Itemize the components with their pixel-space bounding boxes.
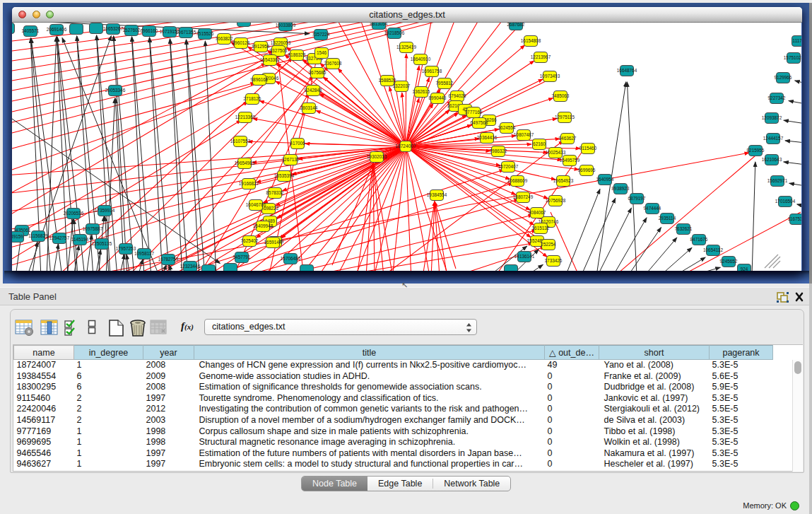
svg-text:12975115: 12975115	[555, 115, 575, 119]
svg-text:10973493: 10973493	[540, 74, 560, 78]
svg-text:7357224: 7357224	[312, 32, 330, 37]
svg-text:19218506: 19218506	[384, 30, 405, 35]
svg-text:6966160: 6966160	[141, 28, 158, 33]
svg-text:8912954: 8912954	[252, 44, 270, 49]
svg-text:9227342: 9227342	[768, 95, 786, 100]
svg-text:2803144: 2803144	[300, 105, 318, 110]
svg-text:16961758: 16961758	[422, 69, 442, 74]
svg-text:19654923: 19654923	[553, 178, 574, 183]
svg-text:1145194: 1145194	[71, 237, 89, 242]
svg-text:9327503: 9327503	[270, 48, 288, 53]
svg-text:3675685: 3675685	[309, 70, 326, 75]
svg-text:17359934: 17359934	[95, 208, 115, 213]
svg-text:16648764: 16648764	[617, 68, 637, 73]
svg-text:20206536: 20206536	[64, 211, 84, 216]
svg-text:10671355: 10671355	[176, 30, 196, 35]
svg-text:16046786: 16046786	[246, 202, 266, 207]
svg-text:9242848: 9242848	[305, 88, 322, 93]
svg-text:14136141: 14136141	[514, 254, 535, 259]
svg-text:12444157: 12444157	[763, 136, 784, 141]
svg-text:8578332: 8578332	[266, 190, 284, 195]
svg-text:20053346: 20053346	[105, 88, 126, 93]
svg-text:10025433: 10025433	[546, 150, 566, 155]
svg-text:12213967: 12213967	[531, 54, 551, 59]
svg-text:7955812: 7955812	[436, 81, 454, 86]
svg-text:13535394: 13535394	[274, 173, 295, 178]
svg-text:1588520: 1588520	[379, 78, 396, 83]
svg-text:17016504: 17016504	[775, 199, 796, 204]
svg-text:12323446: 12323446	[180, 264, 201, 269]
svg-text:20364436: 20364436	[477, 135, 498, 140]
svg-text:18724007: 18724007	[395, 144, 416, 148]
svg-text:6879197: 6879197	[628, 196, 646, 201]
svg-text:1362615: 1362615	[413, 89, 430, 94]
svg-text:18640910: 18640910	[411, 57, 431, 62]
svg-text:7986322: 7986322	[490, 148, 507, 153]
svg-text:1322037: 1322037	[393, 83, 411, 88]
svg-text:10807487: 10807487	[514, 132, 534, 137]
svg-text:12093872: 12093872	[762, 115, 782, 120]
svg-text:10688609: 10688609	[507, 178, 528, 183]
svg-text:39159: 39159	[12, 234, 23, 239]
svg-text:8471676: 8471676	[690, 237, 708, 242]
svg-text:12213369: 12213369	[235, 115, 256, 119]
svg-text:9463627: 9463627	[559, 136, 577, 141]
svg-text:20691406: 20691406	[47, 27, 67, 32]
svg-text:8990448: 8990448	[429, 95, 447, 100]
svg-text:8215955: 8215955	[747, 148, 765, 153]
svg-text:18807249: 18807249	[513, 194, 534, 199]
svg-text:7515526: 7515526	[196, 31, 214, 36]
svg-text:12942757: 12942757	[49, 235, 70, 240]
svg-text:16210643: 16210643	[762, 157, 782, 162]
svg-text:9245652: 9245652	[720, 259, 738, 264]
svg-text:19654983: 19654983	[235, 160, 255, 165]
svg-text:11325419: 11325419	[396, 45, 416, 49]
svg-text:8813054: 8813054	[370, 23, 388, 26]
svg-text:10975887: 10975887	[83, 226, 103, 231]
svg-text:12505135: 12505135	[92, 241, 112, 246]
svg-text:7485063: 7485063	[552, 93, 570, 98]
svg-text:6794028: 6794028	[449, 93, 466, 98]
svg-text:9699695: 9699695	[578, 168, 596, 173]
svg-text:9115460: 9115460	[579, 146, 597, 151]
svg-text:2718126: 2718126	[244, 96, 261, 101]
svg-text:9896161: 9896161	[251, 77, 269, 82]
svg-text:11173: 11173	[793, 38, 801, 43]
svg-text:15751024: 15751024	[784, 55, 801, 60]
svg-text:19302033: 19302033	[367, 154, 387, 159]
svg-text:62160: 62160	[533, 141, 546, 146]
svg-text:2687682: 2687682	[507, 23, 525, 27]
svg-text:1546: 1546	[317, 50, 327, 55]
svg-text:15495759: 15495759	[560, 158, 580, 163]
svg-text:417006: 417006	[290, 141, 305, 146]
svg-text:19384554: 19384554	[427, 192, 447, 197]
svg-text:10653267: 10653267	[103, 26, 124, 31]
svg-text:19166827: 19166827	[239, 181, 259, 186]
svg-text:16033809: 16033809	[276, 23, 296, 28]
svg-text:11156829: 11156829	[28, 233, 48, 238]
svg-text:10756928: 10756928	[546, 198, 566, 203]
svg-text:7625402: 7625402	[241, 238, 259, 243]
svg-text:252254: 252254	[541, 242, 556, 247]
svg-text:15706485: 15706485	[281, 256, 301, 261]
svg-text:3267130: 3267130	[282, 157, 300, 162]
svg-text:1405571: 1405571	[22, 28, 40, 33]
svg-text:3624554: 3624554	[498, 125, 516, 130]
svg-text:9474444: 9474444	[644, 206, 661, 211]
svg-text:15409948: 15409948	[253, 223, 273, 228]
svg-text:2935114: 2935114	[659, 216, 676, 221]
svg-text:9084067: 9084067	[529, 210, 546, 215]
svg-text:8960124: 8960124	[233, 40, 250, 45]
svg-text:9457791: 9457791	[233, 255, 251, 259]
svg-text:17957253: 17957253	[116, 246, 136, 251]
svg-text:7632621: 7632621	[675, 226, 693, 231]
svg-text:1615132: 1615132	[532, 226, 550, 230]
svg-text:10654112: 10654112	[703, 247, 723, 252]
svg-text:1640954: 1640954	[596, 177, 614, 182]
svg-text:1167534: 1167534	[788, 216, 801, 221]
svg-text:15692971: 15692971	[767, 178, 788, 183]
svg-text:9129966: 9129966	[775, 75, 792, 80]
svg-text:924: 924	[741, 267, 748, 271]
svg-text:16154808: 16154808	[521, 38, 541, 43]
svg-text:6497568: 6497568	[471, 120, 488, 125]
